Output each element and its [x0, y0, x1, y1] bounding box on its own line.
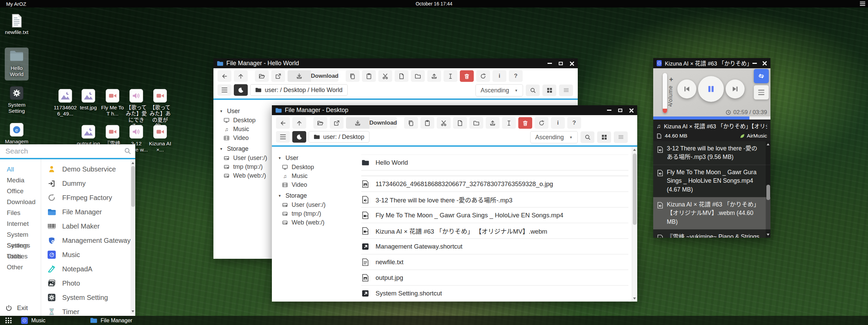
app-item-ffmpeg-factory[interactable]: FFmpeg Factory [41, 191, 135, 205]
close-button[interactable] [570, 61, 574, 66]
desktop-icon-117346026[interactable]: 117346026_49... [53, 89, 77, 117]
help-button[interactable]: ? [509, 70, 523, 82]
sidebar-item-web-drive[interactable]: Web (web:/) [278, 218, 335, 227]
sidebar-section-storage[interactable]: ▼Storage [220, 144, 272, 154]
scroll-up-arrow[interactable] [633, 149, 636, 151]
playlist-item[interactable]: Kizuna AI × 花譜 #63 「かりそめ」【オリジナルMV】.webm … [653, 197, 770, 230]
desktop-icon-system-setting[interactable]: System Setting [5, 86, 29, 114]
file-row[interactable]: 3-12 There will be love there -愛のある場所-.m… [361, 192, 628, 207]
app-item-photo[interactable]: Photo [41, 276, 135, 290]
delete-button[interactable] [518, 117, 532, 129]
upload-button[interactable] [427, 70, 441, 82]
playlist-item[interactable]: Fly Me To The Moon _ Gawr Gura Sings _ H… [653, 165, 770, 197]
file-row[interactable]: 117346026_4968186883206677_3276783073763… [361, 176, 628, 192]
app-item-label-maker[interactable]: Label Maker [41, 219, 135, 233]
desktop-icon-output-jpg[interactable]: output.jpg [76, 125, 100, 147]
minimize-button[interactable] [752, 63, 757, 64]
sidebar-section-user[interactable]: ▼User [220, 107, 272, 116]
grid-view-button[interactable] [542, 85, 556, 96]
playlist-item[interactable]: 『雪峰 ~yukimine~ Piano & Strings Ver.』を歌って… [653, 230, 770, 238]
search-input[interactable] [0, 144, 135, 158]
file-row[interactable]: Kizuna AI × 花譜 #63 「かりそめ」 【オリジナルMV】.webm [361, 223, 628, 239]
desktop-icon-fly-me[interactable]: Fly Me To T h... [101, 89, 124, 117]
sidebar-section-storage[interactable]: ▼Storage [278, 191, 335, 200]
paste-button[interactable] [420, 117, 434, 129]
app-item-management-gateway[interactable]: Management Gateway [41, 233, 135, 248]
exit-button[interactable]: Exit [5, 304, 28, 312]
volume-up-label[interactable]: + [669, 76, 673, 84]
repeat-button[interactable] [754, 69, 769, 83]
file-row[interactable]: newfile.txt [361, 254, 628, 270]
list-view-button[interactable] [614, 131, 628, 143]
previous-track-button[interactable] [677, 79, 696, 98]
desktop-icon-hello-world[interactable]: Hello World [5, 48, 29, 80]
window-titlebar[interactable]: File Manager - Hello World [213, 58, 578, 68]
open-button[interactable] [255, 70, 269, 82]
menu-button[interactable] [276, 131, 290, 143]
sidebar-item-desktop[interactable]: Desktop [278, 163, 335, 171]
category-item[interactable]: Utilities [0, 251, 41, 262]
help-button[interactable]: ? [567, 117, 581, 129]
sidebar-item-tmp-drive[interactable]: tmp (tmp:/) [220, 162, 272, 171]
rename-button[interactable] [502, 117, 516, 129]
minimize-button[interactable] [607, 110, 611, 111]
category-item[interactable]: System Settings [0, 229, 41, 240]
breadcrumb[interactable]: user: / Desktop [309, 131, 369, 143]
search-button[interactable] [526, 85, 540, 96]
new-file-button[interactable] [453, 117, 467, 129]
desktop-icon-newfile[interactable]: newfile.txt [5, 14, 29, 35]
app-item-music[interactable]: Music [41, 248, 135, 262]
back-button[interactable] [218, 70, 231, 82]
playlist-button[interactable] [754, 85, 769, 100]
category-item[interactable]: Internet [0, 218, 41, 229]
sidebar-item-video[interactable]: Video [278, 180, 335, 189]
volume-down-label[interactable]: - [670, 102, 672, 109]
category-item[interactable]: Other [0, 262, 41, 273]
app-item-notepada[interactable]: NotepadA [41, 262, 135, 276]
sidebar-item-web-drive[interactable]: Web (web:/) [220, 171, 272, 180]
taskbar-item-file-manager[interactable]: File Manager [90, 316, 132, 325]
cut-button[interactable] [378, 70, 392, 82]
sidebar-item-music[interactable]: ♫Music [278, 171, 335, 180]
file-row[interactable]: output.jpg [361, 270, 628, 286]
info-button[interactable]: i [551, 117, 565, 129]
app-item-system-setting[interactable]: System Setting [41, 290, 135, 305]
minimize-button[interactable] [548, 63, 552, 64]
copy-button[interactable] [404, 117, 418, 129]
scroll-thumb[interactable] [131, 166, 135, 207]
sidebar-item-video[interactable]: Video [220, 133, 272, 142]
sidebar-item-user-drive[interactable]: User (user:/) [278, 200, 335, 209]
desktop-icon-utattemita-ai[interactable]: 【歌ってみた】愛にできる... [124, 89, 148, 129]
info-button[interactable]: i [492, 70, 506, 82]
app-item-timer[interactable]: Timer [41, 305, 135, 316]
new-folder-button[interactable] [469, 117, 483, 129]
sort-dropdown[interactable]: Ascending ▼ [475, 84, 523, 96]
window-titlebar[interactable]: Kizuna AI × 花譜 #63 「かりそめ」 【... [653, 58, 770, 68]
scroll-down-arrow[interactable] [132, 310, 134, 312]
app-item-demo-subservice[interactable]: Demo Subservice [41, 162, 135, 176]
download-button[interactable]: Download [288, 70, 338, 82]
sidebar-item-user-drive[interactable]: User (user:/) [220, 154, 272, 162]
open-in-new-button[interactable] [330, 117, 344, 129]
upload-button[interactable] [486, 117, 500, 129]
desktop-icon-kizuna[interactable]: Kizuna AI ×... [148, 125, 172, 153]
sort-dropdown[interactable]: Ascending ▼ [530, 131, 578, 143]
taskbar-item-music[interactable]: Music [21, 316, 46, 325]
category-item[interactable]: System Tools [0, 240, 41, 251]
copy-button[interactable] [346, 70, 360, 82]
next-track-button[interactable] [726, 79, 745, 98]
grid-view-button[interactable] [597, 131, 611, 143]
file-row[interactable]: System Setting.shortcut [361, 286, 628, 301]
refresh-button[interactable] [476, 70, 490, 82]
playlist-scrollbar[interactable] [766, 141, 770, 238]
up-button[interactable] [292, 117, 306, 129]
maximize-button[interactable] [618, 109, 622, 112]
scroll-thumb[interactable] [766, 185, 770, 200]
sidebar-item-desktop[interactable]: Desktop [220, 116, 272, 125]
dark-mode-toggle[interactable] [292, 131, 306, 143]
maximize-button[interactable] [559, 62, 563, 65]
desktop-icon-test-jpg[interactable]: test.jpg [76, 89, 100, 111]
scroll-up-arrow[interactable] [767, 143, 769, 145]
breadcrumb[interactable]: user: / Desktop / Hello World [250, 84, 348, 96]
menu-scrollbar[interactable] [131, 160, 135, 314]
